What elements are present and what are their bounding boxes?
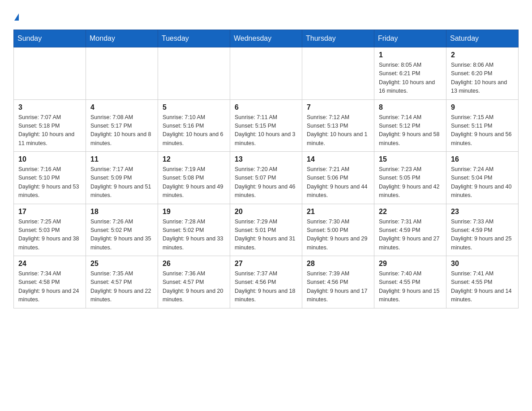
day-info: Sunrise: 7:23 AM Sunset: 5:05 PM Dayligh…	[379, 165, 442, 200]
day-number: 14	[307, 155, 369, 163]
day-info: Sunrise: 7:20 AM Sunset: 5:07 PM Dayligh…	[235, 165, 297, 200]
calendar-cell: 30Sunrise: 7:41 AM Sunset: 4:55 PM Dayli…	[446, 256, 519, 308]
day-info: Sunrise: 7:19 AM Sunset: 5:08 PM Dayligh…	[163, 165, 225, 200]
day-info: Sunrise: 8:05 AM Sunset: 6:21 PM Dayligh…	[379, 61, 442, 96]
calendar-cell: 23Sunrise: 7:33 AM Sunset: 4:59 PM Dayli…	[446, 204, 519, 256]
day-info: Sunrise: 7:10 AM Sunset: 5:16 PM Dayligh…	[163, 113, 225, 148]
calendar-table: SundayMondayTuesdayWednesdayThursdayFrid…	[13, 30, 519, 308]
weekday-header-thursday: Thursday	[302, 30, 374, 47]
weekday-header-wednesday: Wednesday	[230, 30, 302, 47]
calendar-cell: 4Sunrise: 7:08 AM Sunset: 5:17 PM Daylig…	[86, 99, 158, 152]
weekday-header-sunday: Sunday	[14, 30, 86, 47]
day-info: Sunrise: 7:30 AM Sunset: 5:00 PM Dayligh…	[307, 218, 369, 253]
weekday-header-monday: Monday	[86, 30, 158, 47]
calendar-cell: 2Sunrise: 8:06 AM Sunset: 6:20 PM Daylig…	[446, 47, 519, 100]
weekday-header-row: SundayMondayTuesdayWednesdayThursdayFrid…	[14, 30, 519, 47]
calendar-cell: 1Sunrise: 8:05 AM Sunset: 6:21 PM Daylig…	[374, 47, 446, 100]
day-number: 19	[163, 208, 225, 216]
week-row-3: 10Sunrise: 7:16 AM Sunset: 5:10 PM Dayli…	[14, 152, 519, 204]
day-number: 24	[18, 260, 81, 268]
day-info: Sunrise: 7:26 AM Sunset: 5:02 PM Dayligh…	[90, 218, 153, 253]
day-info: Sunrise: 7:15 AM Sunset: 5:11 PM Dayligh…	[451, 113, 514, 148]
week-row-4: 17Sunrise: 7:25 AM Sunset: 5:03 PM Dayli…	[14, 204, 519, 256]
calendar-cell: 10Sunrise: 7:16 AM Sunset: 5:10 PM Dayli…	[14, 152, 86, 204]
week-row-5: 24Sunrise: 7:34 AM Sunset: 4:58 PM Dayli…	[14, 256, 519, 308]
calendar-cell	[158, 47, 230, 100]
day-info: Sunrise: 7:08 AM Sunset: 5:17 PM Dayligh…	[90, 113, 153, 148]
day-number: 5	[163, 103, 225, 111]
day-number: 13	[235, 155, 297, 163]
day-info: Sunrise: 7:29 AM Sunset: 5:01 PM Dayligh…	[235, 218, 297, 253]
calendar-cell: 20Sunrise: 7:29 AM Sunset: 5:01 PM Dayli…	[230, 204, 302, 256]
weekday-header-tuesday: Tuesday	[158, 30, 230, 47]
day-number: 11	[90, 155, 153, 163]
day-number: 7	[307, 103, 369, 111]
logo-triangle-icon	[14, 13, 19, 21]
calendar-cell: 19Sunrise: 7:28 AM Sunset: 5:02 PM Dayli…	[158, 204, 230, 256]
day-number: 23	[451, 208, 514, 216]
day-info: Sunrise: 7:21 AM Sunset: 5:06 PM Dayligh…	[307, 165, 369, 200]
day-number: 12	[163, 155, 225, 163]
week-row-1: 1Sunrise: 8:05 AM Sunset: 6:21 PM Daylig…	[14, 47, 519, 100]
calendar-cell: 22Sunrise: 7:31 AM Sunset: 4:59 PM Dayli…	[374, 204, 446, 256]
day-info: Sunrise: 7:40 AM Sunset: 4:55 PM Dayligh…	[379, 270, 442, 304]
day-number: 25	[90, 260, 153, 268]
day-info: Sunrise: 7:34 AM Sunset: 4:58 PM Dayligh…	[18, 270, 81, 304]
day-info: Sunrise: 7:28 AM Sunset: 5:02 PM Dayligh…	[163, 218, 225, 253]
day-info: Sunrise: 7:35 AM Sunset: 4:57 PM Dayligh…	[90, 270, 153, 304]
calendar-cell	[302, 47, 374, 100]
calendar-cell: 13Sunrise: 7:20 AM Sunset: 5:07 PM Dayli…	[230, 152, 302, 204]
day-number: 10	[18, 155, 81, 163]
weekday-header-saturday: Saturday	[446, 30, 519, 47]
day-number: 6	[235, 103, 297, 111]
day-number: 30	[451, 260, 514, 268]
day-info: Sunrise: 7:41 AM Sunset: 4:55 PM Dayligh…	[451, 270, 514, 304]
calendar-cell: 29Sunrise: 7:40 AM Sunset: 4:55 PM Dayli…	[374, 256, 446, 308]
calendar-cell: 27Sunrise: 7:37 AM Sunset: 4:56 PM Dayli…	[230, 256, 302, 308]
day-number: 16	[451, 155, 514, 163]
calendar-cell: 11Sunrise: 7:17 AM Sunset: 5:09 PM Dayli…	[86, 152, 158, 204]
day-number: 2	[451, 51, 514, 59]
day-info: Sunrise: 7:24 AM Sunset: 5:04 PM Dayligh…	[451, 165, 514, 200]
day-number: 17	[18, 208, 81, 216]
day-info: Sunrise: 7:39 AM Sunset: 4:56 PM Dayligh…	[307, 270, 369, 304]
calendar-cell: 3Sunrise: 7:07 AM Sunset: 5:18 PM Daylig…	[14, 99, 86, 152]
calendar-cell: 5Sunrise: 7:10 AM Sunset: 5:16 PM Daylig…	[158, 99, 230, 152]
calendar-cell: 16Sunrise: 7:24 AM Sunset: 5:04 PM Dayli…	[446, 152, 519, 204]
calendar-cell: 26Sunrise: 7:36 AM Sunset: 4:57 PM Dayli…	[158, 256, 230, 308]
day-number: 29	[379, 260, 442, 268]
day-number: 15	[379, 155, 442, 163]
day-info: Sunrise: 7:12 AM Sunset: 5:13 PM Dayligh…	[307, 113, 369, 148]
logo	[13, 13, 19, 21]
calendar-cell: 7Sunrise: 7:12 AM Sunset: 5:13 PM Daylig…	[302, 99, 374, 152]
calendar-cell: 25Sunrise: 7:35 AM Sunset: 4:57 PM Dayli…	[86, 256, 158, 308]
calendar-cell: 21Sunrise: 7:30 AM Sunset: 5:00 PM Dayli…	[302, 204, 374, 256]
day-info: Sunrise: 7:31 AM Sunset: 4:59 PM Dayligh…	[379, 218, 442, 253]
day-info: Sunrise: 7:07 AM Sunset: 5:18 PM Dayligh…	[18, 113, 81, 148]
day-number: 27	[235, 260, 297, 268]
calendar-cell: 12Sunrise: 7:19 AM Sunset: 5:08 PM Dayli…	[158, 152, 230, 204]
calendar-cell: 6Sunrise: 7:11 AM Sunset: 5:15 PM Daylig…	[230, 99, 302, 152]
calendar-cell: 8Sunrise: 7:14 AM Sunset: 5:12 PM Daylig…	[374, 99, 446, 152]
day-number: 8	[379, 103, 442, 111]
day-number: 21	[307, 208, 369, 216]
day-number: 9	[451, 103, 514, 111]
day-info: Sunrise: 7:11 AM Sunset: 5:15 PM Dayligh…	[235, 113, 297, 148]
day-number: 20	[235, 208, 297, 216]
day-info: Sunrise: 8:06 AM Sunset: 6:20 PM Dayligh…	[451, 61, 514, 96]
calendar-cell: 17Sunrise: 7:25 AM Sunset: 5:03 PM Dayli…	[14, 204, 86, 256]
page-header	[13, 13, 519, 21]
day-number: 4	[90, 103, 153, 111]
day-info: Sunrise: 7:25 AM Sunset: 5:03 PM Dayligh…	[18, 218, 81, 253]
day-number: 18	[90, 208, 153, 216]
day-number: 28	[307, 260, 369, 268]
day-info: Sunrise: 7:36 AM Sunset: 4:57 PM Dayligh…	[163, 270, 225, 304]
day-info: Sunrise: 7:33 AM Sunset: 4:59 PM Dayligh…	[451, 218, 514, 253]
day-info: Sunrise: 7:16 AM Sunset: 5:10 PM Dayligh…	[18, 165, 81, 200]
calendar-cell	[86, 47, 158, 100]
calendar-cell: 24Sunrise: 7:34 AM Sunset: 4:58 PM Dayli…	[14, 256, 86, 308]
calendar-cell: 15Sunrise: 7:23 AM Sunset: 5:05 PM Dayli…	[374, 152, 446, 204]
calendar-cell: 28Sunrise: 7:39 AM Sunset: 4:56 PM Dayli…	[302, 256, 374, 308]
day-number: 3	[18, 103, 81, 111]
day-info: Sunrise: 7:17 AM Sunset: 5:09 PM Dayligh…	[90, 165, 153, 200]
